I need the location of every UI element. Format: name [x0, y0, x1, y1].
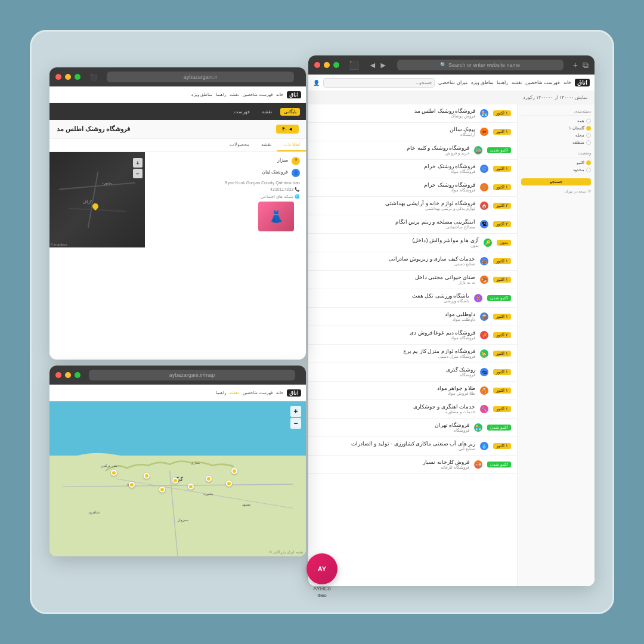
sidebar-option[interactable]: همه: [521, 117, 591, 125]
list-item[interactable]: اکتیو شدن 🏋 باشگاه ورزشی تکل هفتباشگاه و…: [308, 289, 517, 308]
tab-info[interactable]: اطلاعات: [277, 139, 306, 151]
nav-home[interactable]: خانه: [276, 92, 283, 97]
sidebar-option[interactable]: منطقه: [521, 139, 591, 146]
minimize-dot[interactable]: [65, 74, 71, 80]
nav-list[interactable]: فهرست شاخصین: [243, 92, 273, 97]
maximize-dot[interactable]: [333, 62, 339, 68]
maximize-dot[interactable]: [75, 74, 80, 80]
list-item[interactable]: ۱ اکتور 📦 داوطلبی موادداوطلب مواد: [308, 308, 517, 326]
list-item[interactable]: ۲ اکتور 🏗 اینتگریتی مصلحه و ریتم پرس انگ…: [308, 215, 517, 234]
duplicate-icon[interactable]: ⧉: [583, 60, 589, 70]
nav-btn[interactable]: نقشه: [258, 108, 275, 116]
item-sub: باشگاه ورزشی: [412, 299, 470, 304]
item-badge: بدون: [497, 240, 511, 246]
maximize-dot[interactable]: [75, 372, 80, 378]
item-badge: ۱ اکتور: [493, 406, 511, 412]
radio-gorgan[interactable]: [586, 126, 591, 131]
list-item[interactable]: ۱ اکتور 🛒 فروشگاه روشنک خرامفروشگاه مواد: [308, 178, 517, 197]
list-item[interactable]: اکتیو شدن 🏪 فروشگاه تهرانفروشگاه: [308, 419, 517, 437]
list-item[interactable]: بدون 🔑 آژی ها و مواشر والش (داخل)بدون: [308, 234, 517, 252]
list-item[interactable]: اکتیو شدن 🏭 فروش کارخانه نسبارفروشگاه کا…: [308, 456, 517, 474]
sidebar-option[interactable]: گلستان ۱: [521, 125, 591, 132]
mashhad-label: مشهد: [242, 502, 250, 506]
sidebar-option[interactable]: محله: [521, 132, 591, 139]
marker-gonbad[interactable]: [129, 482, 135, 488]
list-item[interactable]: ۱ اکتور 💍 طلا و جواهر موادطلا فروش مواد: [308, 382, 517, 400]
close-dot[interactable]: [55, 372, 61, 378]
back-icon[interactable]: ⬛: [90, 74, 97, 80]
back-nav-icon[interactable]: ⬛: [349, 60, 359, 70]
nav-list[interactable]: فهرست شاخصین: [525, 80, 560, 85]
nav-special[interactable]: مناطق ویژه: [191, 92, 212, 97]
close-dot[interactable]: [314, 62, 320, 68]
list-item[interactable]: ۱ اکتور 🏪 فروشگاه روشنک اطلس مدفروش پوشا…: [308, 104, 517, 123]
list-item[interactable]: ۲ اکتور 🌾 فروشگاه دیم غوغا فروش دیفروشگا…: [308, 326, 517, 345]
nav-list2[interactable]: فهرست شاخصین: [243, 391, 273, 395]
list-item[interactable]: اکتیو شدن 🏬 فروشگاه روشنک و کلبه خامخرید…: [308, 141, 517, 160]
list-item[interactable]: ۱ اکتور 💧 زیر های آب صنعتی ماکاری کشاورز…: [308, 437, 517, 456]
radio-all[interactable]: [586, 119, 591, 123]
list-item[interactable]: ۱ اکتور 🏡 فروشگاه لوازم منزل کاز یم برجف…: [308, 345, 517, 363]
sidebar-option-label: منطقه: [572, 140, 584, 145]
info-text-address: مبیزار: [277, 157, 288, 163]
map-url-bar[interactable]: aybazargani.ir/map: [89, 370, 295, 380]
marker-3[interactable]: [206, 476, 212, 482]
back-button[interactable]: ◄ ۴۰: [276, 125, 299, 134]
nav-guide2[interactable]: راهنما: [216, 391, 226, 395]
radio-active[interactable]: [586, 160, 591, 165]
url-bar[interactable]: 🔍 Search or enter website name: [397, 60, 564, 70]
zoom-in-btn[interactable]: +: [290, 406, 301, 417]
nav-index[interactable]: میزان شاخصی: [438, 80, 467, 85]
item-icon: 📦: [480, 312, 488, 321]
fwd-nav-icon[interactable]: ◄ ►: [369, 60, 388, 70]
minimize-dot[interactable]: [65, 372, 71, 378]
sidebar-option-label: همه: [577, 119, 584, 123]
list-item[interactable]: ۲ اکتور 🏠 فروشگاه لوازم خانه و آرایشی به…: [308, 197, 517, 215]
marker-2[interactable]: [188, 484, 194, 490]
item-badge: ۱ اکتور: [493, 351, 511, 357]
marker-1[interactable]: [144, 473, 150, 479]
marker-7[interactable]: [231, 468, 237, 474]
close-dot[interactable]: [55, 74, 61, 80]
nav-special[interactable]: مناطق ویژه: [471, 80, 493, 85]
nav-guide[interactable]: راهنما: [216, 92, 226, 97]
sidebar-status-option[interactable]: اکتیو: [521, 159, 591, 166]
nav-btn[interactable]: فهرست: [230, 108, 253, 116]
sidebar-status-option[interactable]: محدود: [521, 166, 591, 174]
list-item[interactable]: ۱ اکتور 🔧 خدمات اهنگری و جوشکاریخدمات و …: [308, 400, 517, 419]
marker-gorgan[interactable]: [172, 478, 178, 484]
marker-6[interactable]: [159, 487, 165, 493]
nav-home2[interactable]: خانه: [276, 391, 283, 395]
list-item[interactable]: ۱ اکتور ✂ پیچک سالنآرایشگاه: [308, 123, 517, 141]
nav-guide[interactable]: راهنما: [497, 80, 508, 85]
nav-btn-active[interactable]: بایگانی: [280, 108, 300, 116]
detail-map: بجنورد گرگان + − © mapbox: [49, 152, 145, 247]
nav-home[interactable]: خانه: [564, 80, 571, 85]
add-tab-icon[interactable]: +: [573, 60, 578, 70]
list-item[interactable]: ۱ اکتور 🐄 صنای حیوانی مجتبی داخلته به با…: [308, 271, 517, 289]
list-item[interactable]: ۱ اکتور 🛍 روشنک گذریفروشگاه: [308, 363, 517, 382]
nav-map[interactable]: نقشه: [512, 80, 522, 85]
header-search[interactable]: [323, 78, 435, 88]
list-item[interactable]: ۱ اکتور 🛒 فروشگاه روشنک خرامفروشگاه مواد: [308, 160, 517, 178]
tab-products[interactable]: محصولات: [224, 139, 255, 151]
tab-map[interactable]: نقشه: [255, 139, 277, 151]
radio-limited[interactable]: [586, 168, 591, 172]
nav-map2[interactable]: نقشه: [230, 391, 239, 395]
map-attr: © mapbox: [51, 243, 67, 246]
list-item[interactable]: ۱ اکتور 👜 خدمات کیف سازی و زیرپوش صادرات…: [308, 252, 517, 271]
marker-5[interactable]: [226, 481, 232, 487]
zoom-in-btn[interactable]: +: [133, 158, 143, 168]
filter-search-button[interactable]: جستجو: [521, 178, 591, 185]
thumb-image: 👗: [258, 202, 294, 231]
detail-url-bar[interactable]: aybazargani.ir: [107, 72, 294, 82]
minimize-dot[interactable]: [324, 62, 330, 68]
radio-area[interactable]: [586, 140, 591, 145]
radio-region[interactable]: [586, 133, 591, 138]
nav-map[interactable]: نقشه: [230, 92, 239, 97]
item-sub: آرایشگاه: [450, 132, 476, 137]
right-panel: ⬛ ◄ ► 🔍 Search or enter website name + ⧉…: [308, 55, 595, 586]
marker-4[interactable]: [111, 470, 117, 476]
zoom-out-btn[interactable]: −: [290, 418, 301, 429]
zoom-out-btn[interactable]: −: [133, 169, 143, 178]
